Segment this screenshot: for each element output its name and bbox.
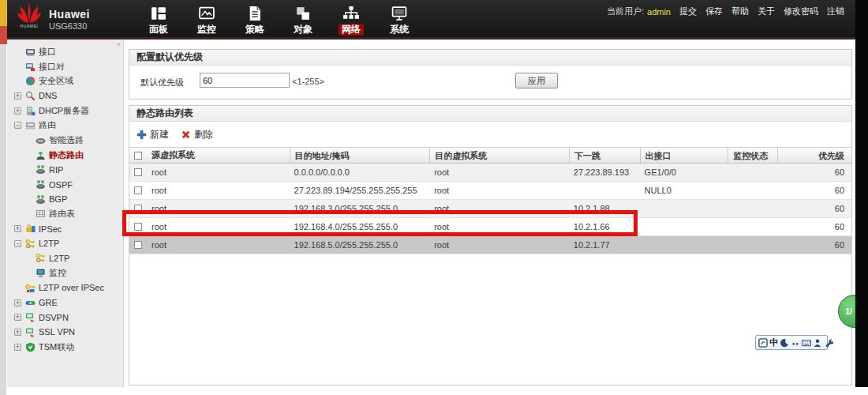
cell-0: root <box>129 164 290 181</box>
nav-item-label: 策略 <box>242 24 268 36</box>
app-header: HUAWEI Huawei USG6330 面板监控策略对象网络系统 当前用户:… <box>7 0 855 40</box>
tsm-icon <box>25 342 36 352</box>
expand-toggle-icon[interactable]: + <box>14 299 21 307</box>
sidebar-item-tsm联动[interactable]: +TSM联动 <box>7 340 123 355</box>
cell-3 <box>569 182 640 199</box>
expand-toggle-icon[interactable]: + <box>14 314 21 321</box>
dsvpn-icon <box>25 312 36 322</box>
brand: HUAWEI Huawei USG6330 <box>16 3 90 35</box>
default-priority-input[interactable] <box>200 73 290 88</box>
brand-text: Huawei USG6330 <box>49 8 90 31</box>
sidebar-item-ospf[interactable]: +OSPF <box>7 177 123 192</box>
nav-item-policy[interactable]: 策略 <box>238 3 272 36</box>
static-route-row-1[interactable]: root27.223.89.194/255.255.255.255rootNUL… <box>129 182 851 200</box>
sidebar-item-接口对[interactable]: +接口对 <box>7 59 123 74</box>
sidebar-item-label: SSL VPN <box>39 327 75 337</box>
row-checkbox[interactable] <box>134 223 142 231</box>
nav-item-monitor[interactable]: 监控 <box>189 3 224 36</box>
static-route-row-4[interactable]: root192.168.5.0/255.255.255.0root10.2.1.… <box>129 236 851 254</box>
sidebar-item-label: RIP <box>49 165 63 175</box>
row-checkbox[interactable] <box>134 186 142 194</box>
header-links: 提交保存帮助关于修改密码注销 <box>679 6 844 17</box>
header-link-1[interactable]: 保存 <box>705 6 723 17</box>
sidebar-item-rip[interactable]: +RIP <box>7 163 123 178</box>
cell-text: root <box>152 200 166 217</box>
new-button[interactable]: 新建 <box>137 128 169 141</box>
sidebar-item-ssl-vpn[interactable]: +SSL VPN <box>7 325 123 340</box>
row-checkbox[interactable] <box>134 168 142 176</box>
screen: HUAWEI Huawei USG6330 面板监控策略对象网络系统 当前用户:… <box>0 0 868 395</box>
nav-item-label: 系统 <box>387 24 412 36</box>
header-link-3[interactable]: 关于 <box>758 6 775 17</box>
l2tp-icon <box>25 239 36 249</box>
sidebar-item-label: 静态路由 <box>49 149 84 161</box>
static-route-row-0[interactable]: root0.0.0.0/0.0.0.0root27.223.89.193GE1/… <box>129 164 851 182</box>
nav-item-panel[interactable]: 面板 <box>141 3 176 36</box>
static-route-row-2[interactable]: root192.168.3.0/255.255.255.0root10.2.1.… <box>129 200 851 218</box>
nav-item-network[interactable]: 网络 <box>334 3 369 36</box>
sidebar-item-安全区域[interactable]: +安全区域 <box>7 73 123 88</box>
header-link-0[interactable]: 提交 <box>679 6 697 17</box>
row-checkbox[interactable] <box>134 241 142 249</box>
sidebar-item-路由表[interactable]: +路由表 <box>7 207 123 222</box>
sidebar-item-dhcp服务器[interactable]: +DHCP服务器 <box>7 103 123 118</box>
expand-toggle-icon[interactable]: + <box>14 329 21 336</box>
header-link-4[interactable]: 修改密码 <box>784 6 818 17</box>
column-header-6: 优先级 <box>777 148 851 163</box>
sidebar-item-静态路由[interactable]: +静态路由 <box>7 148 123 163</box>
punctuation-mode-icon[interactable] <box>791 337 800 348</box>
expand-toggle-icon[interactable]: + <box>14 92 21 100</box>
main-nav: 面板监控策略对象网络系统 <box>141 3 417 36</box>
cell-2: root <box>429 200 569 217</box>
current-user-label: 当前用户: <box>607 6 644 17</box>
cell-text: root <box>152 182 166 199</box>
column-header-0: 源虚拟系统 <box>129 148 290 163</box>
header-link-2[interactable]: 帮助 <box>731 6 749 17</box>
sidebar-item-label: 监控 <box>49 267 66 279</box>
static-route-row-3-highlighted[interactable]: root192.168.4.0/255.255.255.0root10.2.1.… <box>129 218 851 236</box>
sidebar-item-dsvpn[interactable]: +DSVPN <box>7 310 123 325</box>
interface-icon <box>25 47 36 57</box>
sidebar-item-路由[interactable]: -路由 <box>7 118 123 133</box>
ime-settings-wrench-icon[interactable] <box>824 337 833 348</box>
expand-toggle-icon[interactable]: + <box>14 107 21 115</box>
sidebar-item-bgp[interactable]: +BGP <box>7 192 123 207</box>
halfwidth-moon-icon[interactable] <box>780 337 789 348</box>
new-button-label: 新建 <box>150 128 169 141</box>
chinese-mode-indicator[interactable]: 中 <box>769 337 778 348</box>
sidebar-item-gre[interactable]: +GRE <box>7 295 123 310</box>
cell-2: root <box>429 218 569 235</box>
sidebar-item-监控[interactable]: +监控 <box>7 265 123 280</box>
cell-5 <box>728 236 777 254</box>
sidebar-item-label: TSM联动 <box>39 341 74 353</box>
delete-button[interactable]: 删除 <box>181 128 213 141</box>
sidebar-collapse-button[interactable]: « <box>117 40 121 48</box>
sidebar-item-label: 智能选路 <box>49 134 84 146</box>
sidebar-item-l2tp[interactable]: -L2TP <box>7 236 123 251</box>
sidebar-item-label: IPSec <box>39 224 62 234</box>
apply-button[interactable]: 应用 <box>515 73 558 88</box>
routing-icon <box>25 120 36 130</box>
sidebar-item-l2tp-over-ipsec[interactable]: +L2TP over IPSec <box>7 280 123 295</box>
expand-toggle-icon[interactable]: + <box>14 344 21 351</box>
static-route-icon <box>36 150 46 160</box>
sidebar-item-l2tp[interactable]: +L2TP <box>7 251 123 266</box>
cell-text: root <box>152 218 166 235</box>
column-header-4: 出接口 <box>640 148 728 163</box>
select-all-checkbox[interactable] <box>134 152 142 160</box>
sidebar-item-ipsec[interactable]: +IPSec <box>7 221 123 236</box>
header-link-5[interactable]: 注销 <box>827 6 844 17</box>
ime-logo-icon[interactable] <box>758 337 768 348</box>
sidebar-item-接口[interactable]: +接口 <box>7 44 123 59</box>
sidebar-item-dns[interactable]: +DNS <box>7 88 123 103</box>
sidebar-item-智能选路[interactable]: +智能选路 <box>7 133 123 148</box>
collapse-toggle-icon[interactable]: - <box>14 240 21 247</box>
collapse-toggle-icon[interactable]: - <box>14 122 21 129</box>
nav-item-object[interactable]: 对象 <box>286 3 320 36</box>
soft-keyboard-icon[interactable] <box>802 337 811 348</box>
row-checkbox[interactable] <box>134 205 142 213</box>
expand-toggle-icon[interactable]: + <box>14 225 21 232</box>
user-profile-icon[interactable] <box>813 337 822 348</box>
nav-item-system[interactable]: 系统 <box>382 3 417 36</box>
cell-4 <box>640 218 728 235</box>
